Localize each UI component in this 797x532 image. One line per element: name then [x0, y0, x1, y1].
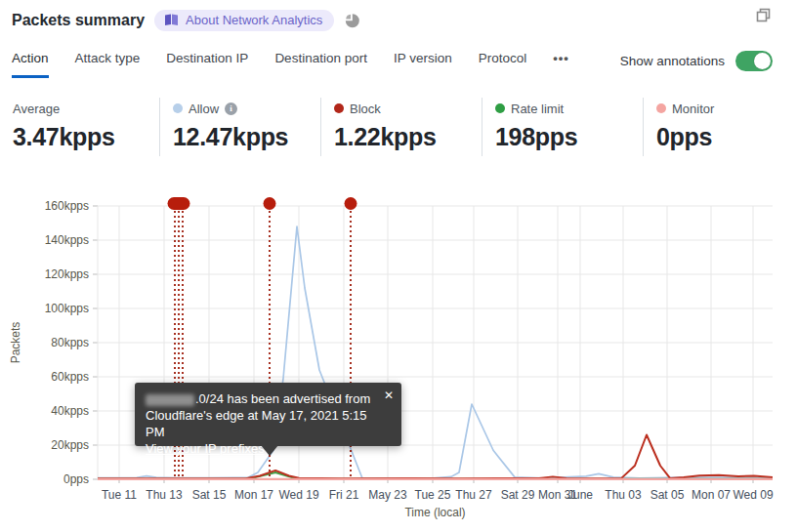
- stat-label: Rate limit: [511, 102, 564, 116]
- y-tick-label: 120kpps: [45, 267, 89, 281]
- stat-value: 0pps: [656, 123, 714, 151]
- tooltip-line1: .0/24 has been advertised from: [195, 391, 370, 406]
- monitor-dot: [656, 103, 666, 113]
- x-tick-label: Tue 25: [415, 488, 451, 502]
- tab-protocol[interactable]: Protocol: [479, 51, 527, 75]
- show-annotations-label: Show annotations: [620, 54, 725, 68]
- stat-monitor: Monitor 0pps: [643, 98, 714, 156]
- stat-allow: Allow i 12.47kpps: [159, 98, 288, 156]
- badge-label: About Network Analytics: [186, 13, 322, 27]
- close-icon[interactable]: ✕: [384, 388, 394, 404]
- y-tick-label: 20kpps: [51, 438, 89, 452]
- page-title: Packets summary: [12, 12, 145, 29]
- y-tick-label: 160kpps: [45, 199, 89, 213]
- stats-row: Average 3.47kpps Allow i 12.47kpps Block…: [0, 98, 797, 158]
- redacted-ip-prefix: [146, 394, 194, 406]
- toggle-knob: [754, 53, 771, 69]
- annotation-marker[interactable]: [345, 197, 357, 210]
- stat-value: 1.22kpps: [334, 123, 437, 151]
- x-tick-label: Mon 17: [234, 488, 273, 502]
- tooltip-arrow: [261, 445, 278, 456]
- network-analytics-panel: Packets summary About Network Analytics …: [0, 0, 797, 532]
- y-tick-label: 60kpps: [51, 370, 89, 384]
- about-network-analytics-badge[interactable]: About Network Analytics: [154, 10, 334, 31]
- book-icon: [164, 14, 179, 26]
- x-tick-label: Tue 11: [102, 488, 137, 502]
- stat-label: Average: [13, 102, 60, 116]
- y-tick-label: 0pps: [63, 472, 89, 486]
- stat-value: 12.47kpps: [173, 123, 288, 151]
- x-tick-label: Mon 07: [692, 488, 731, 502]
- x-tick-label: Sat 15: [192, 488, 227, 502]
- x-tick-label: Wed 09: [733, 488, 773, 502]
- tab-attack-type[interactable]: Attack type: [75, 51, 141, 75]
- tab-destination-port[interactable]: Destination port: [274, 51, 367, 75]
- allow-dot: [173, 103, 183, 113]
- stat-label: Allow: [189, 102, 219, 116]
- tab-bar: Action Attack type Destination IP Destin…: [12, 51, 569, 78]
- header: Packets summary About Network Analytics: [12, 10, 359, 31]
- popout-window-icon[interactable]: [756, 8, 772, 23]
- block-dot: [334, 103, 344, 113]
- rate-limit-dot: [495, 103, 505, 113]
- x-axis-title: Time (local): [404, 506, 465, 519]
- x-tick-label: Thu 27: [455, 488, 492, 502]
- stat-value: 3.47kpps: [13, 123, 115, 151]
- x-tick-label: Sat 29: [501, 488, 535, 502]
- show-annotations-control: Show annotations: [620, 51, 773, 71]
- tab-ip-version[interactable]: IP version: [394, 51, 452, 75]
- packets-time-series-chart: 0pps20kpps40kpps60kpps80kpps100kpps120kp…: [0, 181, 797, 532]
- tab-action[interactable]: Action: [12, 51, 49, 78]
- y-tick-label: 40kpps: [51, 404, 89, 418]
- stat-label: Block: [350, 102, 381, 116]
- tab-destination-ip[interactable]: Destination IP: [166, 51, 248, 75]
- x-tick-label: May 23: [368, 488, 407, 502]
- x-tick-label: Thu 13: [146, 488, 183, 502]
- x-tick-label: Wed 19: [278, 488, 318, 502]
- stat-rate-limit: Rate limit 198pps: [482, 98, 577, 156]
- x-tick-label: Sat 05: [650, 488, 685, 502]
- y-tick-label: 80kpps: [51, 336, 89, 349]
- y-tick-label: 140kpps: [45, 233, 89, 247]
- stat-average: Average 3.47kpps: [0, 98, 115, 156]
- stat-value: 198pps: [495, 123, 577, 151]
- annotation-marker[interactable]: [168, 197, 190, 210]
- stat-block: Block 1.22kpps: [320, 98, 437, 156]
- annotation-marker[interactable]: [264, 197, 276, 210]
- tooltip-line2: Cloudflare's edge at May 17, 2021 5:15 P…: [146, 408, 367, 439]
- x-tick-label: Fri 21: [329, 488, 359, 502]
- annotation-tooltip: .0/24 has been advertised from Cloudflar…: [135, 383, 401, 446]
- x-tick-label: Thu 03: [605, 488, 642, 502]
- more-tabs-button[interactable]: •••: [553, 51, 569, 75]
- pie-chart-icon[interactable]: [344, 13, 359, 28]
- x-tick-label: June: [567, 488, 593, 502]
- y-axis-title: Packets: [9, 322, 22, 364]
- stat-label: Monitor: [672, 102, 714, 116]
- show-annotations-toggle[interactable]: [735, 51, 773, 71]
- y-tick-label: 100kpps: [45, 302, 89, 315]
- view-ip-prefixes-link[interactable]: View your IP prefixes: [146, 441, 265, 456]
- info-icon[interactable]: i: [225, 102, 237, 115]
